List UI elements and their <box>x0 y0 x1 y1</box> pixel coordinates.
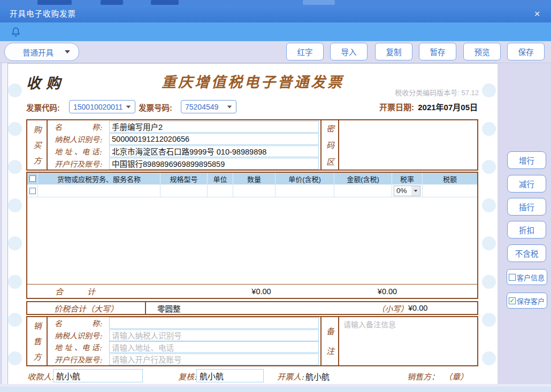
tax-amount-cell[interactable] <box>423 185 477 197</box>
password-area <box>339 120 477 170</box>
temp-save-button[interactable]: 暂存 <box>419 43 456 60</box>
invoice-date: 开票日期: 2021年07月05日 <box>379 101 478 112</box>
seller-address-input[interactable]: 请输入地址、电话 <box>109 341 319 353</box>
preview-button[interactable]: 预览 <box>463 43 501 60</box>
seller-taxid-row: 纳税人识别号: 请输入纳税人识别号 <box>48 329 320 342</box>
totals-label: 合 计 <box>55 286 95 297</box>
remove-row-button[interactable]: 减行 <box>507 175 546 193</box>
invoice-date-value: 2021年07月05日 <box>418 103 478 112</box>
close-icon[interactable]: × <box>531 7 544 20</box>
background-window-fragment <box>303 0 335 5</box>
seller-address-placeholder: 请输入地址、电话 <box>112 342 174 353</box>
notification-bar <box>0 22 551 41</box>
remark-label: 备注 <box>320 317 339 365</box>
save-customer-label: 保存客户 <box>517 296 545 306</box>
bell-icon[interactable] <box>11 26 21 38</box>
items-empty-area <box>27 197 477 284</box>
seller-name-input[interactable] <box>109 317 319 329</box>
tax-rate-select[interactable]: 0% <box>394 186 420 196</box>
background-window-fragment <box>101 0 123 5</box>
seller-name-row: 名 称: <box>48 317 320 329</box>
seller-fields: 名 称: 纳税人识别号: 请输入纳税人识别号 地 址 、电 话: 请输入地址、电… <box>48 317 320 365</box>
buyer-address-label: 地 址 、电 话: <box>55 146 109 157</box>
buyer-side-label: 购买方 <box>27 120 48 170</box>
grand-total-numeric: （小写） ¥0.00 <box>377 302 427 314</box>
reviewer-input[interactable]: 航小航 <box>196 369 264 382</box>
background-window-fragment <box>37 0 72 5</box>
save-button[interactable]: 保存 <box>507 43 545 60</box>
remark-placeholder: 请输入备注信息 <box>343 319 396 329</box>
buyer-taxid-row: 纳税人识别号: 500000191212020656 <box>48 133 320 145</box>
invoice-code-label: 发票代码: <box>26 102 60 113</box>
save-customer-checkbox-checked[interactable]: ✓ <box>509 297 516 304</box>
col-unit: 单位 <box>208 173 233 185</box>
red-letter-button[interactable]: 红字 <box>286 43 324 60</box>
insert-row-button[interactable]: 插行 <box>507 198 546 216</box>
payee-label: 收款人: <box>27 371 54 382</box>
price-total-value: ¥0.00 <box>233 287 289 296</box>
buyer-taxid-input[interactable]: 500000191212020656 <box>109 133 319 145</box>
chevron-down-icon <box>126 105 131 108</box>
col-amount: 金额(含税) <box>334 173 392 185</box>
seller-taxid-label: 纳税人识别号: <box>55 330 109 341</box>
invoice-sheet: 收购 重庆增值税电子普通发票 税收分类编码版本号: 57.12 发票代码: 15… <box>8 64 498 384</box>
seller-section: 销售方 名 称: 纳税人识别号: 请输入纳税人识别号 地 址 、电 话: 请输入… <box>26 316 478 366</box>
invoice-number-dropdown[interactable]: 75204549 <box>181 100 236 113</box>
unit-cell[interactable] <box>208 185 233 197</box>
payee-input[interactable]: 航小航 <box>53 369 143 382</box>
amount-cell[interactable] <box>334 185 392 197</box>
seller-taxid-input[interactable]: 请输入纳税人识别号 <box>109 329 319 341</box>
invoice-date-label: 开票日期: <box>379 103 414 112</box>
grand-total-in-words: 零圆整 <box>157 302 181 314</box>
quantity-cell[interactable] <box>233 185 276 197</box>
chevron-down-icon <box>227 105 232 108</box>
chevron-down-icon <box>411 186 420 196</box>
seller-bank-input[interactable]: 请输入开户行及账号 <box>109 353 319 365</box>
seller-taxid-placeholder: 请输入纳税人识别号 <box>112 329 182 341</box>
invoice-footer: 收款人: 航小航 复核: 航小航 开票人: 航小航 销售方： （章） <box>8 368 498 382</box>
amount-total-value: ¥0.00 <box>359 287 416 296</box>
buyer-address-input[interactable]: 北京市海淀区杏石口路9999号 010-98989898 <box>109 145 319 157</box>
seller-stamp-value: （章） <box>444 371 468 382</box>
items-table-header: 货物或应税劳务、服务名称 规格型号 单位 数量 单价(含税) 金额(含税) 税率… <box>27 173 477 185</box>
goods-name-cell[interactable] <box>38 185 160 197</box>
invoice-number-value: 75204549 <box>181 103 227 111</box>
buyer-bank-input[interactable]: 中国银行8989896969899895859 <box>109 158 319 170</box>
issue-mode-dropdown[interactable]: 普通开具 <box>4 43 79 61</box>
seller-stamp-label: 销售方： <box>407 371 439 382</box>
copy-button[interactable]: 复制 <box>375 43 412 60</box>
unit-price-cell[interactable] <box>276 185 334 197</box>
grand-small-label: （小写） <box>377 303 408 314</box>
drawer-value: 航小航 <box>305 371 330 382</box>
col-spec: 规格型号 <box>160 173 208 185</box>
seller-bank-placeholder: 请输入开户行及账号 <box>112 353 182 365</box>
save-customer-toggle[interactable]: ✓ 保存客户 <box>507 293 547 309</box>
select-all-checkbox[interactable] <box>29 175 36 182</box>
customer-info-checkbox[interactable] <box>509 274 516 281</box>
tax-rate-value: 0% <box>394 187 411 195</box>
buyer-name-input[interactable]: 手册编写用户2 <box>109 121 319 133</box>
chevron-down-icon <box>65 50 70 53</box>
background-window-strip <box>0 0 551 5</box>
customer-info-toggle[interactable]: 客户信息 <box>507 269 547 285</box>
col-tax-rate: 税率 <box>392 173 423 185</box>
col-quantity: 数量 <box>233 173 276 185</box>
discount-button[interactable]: 折扣 <box>507 221 546 239</box>
select-all-cell <box>27 173 38 185</box>
drawer-label: 开票人: <box>277 371 304 382</box>
invoice-code-value: 150010020011 <box>70 103 126 111</box>
import-button[interactable]: 导入 <box>330 43 368 60</box>
remark-area[interactable]: 请输入备注信息 <box>339 317 477 365</box>
invoice-code-dropdown[interactable]: 150010020011 <box>69 100 135 113</box>
seller-name-label: 名 称: <box>55 318 109 328</box>
spec-cell[interactable] <box>160 185 208 197</box>
invoice-code-row: 发票代码: 150010020011 发票号码: 75204549 开票日期: … <box>8 100 498 114</box>
buyer-bank-row: 开户行及账号: 中国银行8989896969899895859 <box>48 157 320 170</box>
tax-exclusive-button[interactable]: 不含税 <box>507 244 546 262</box>
invoice-number-label: 发票号码: <box>139 102 172 113</box>
buyer-fields: 名 称: 手册编写用户2 纳税人识别号: 500000191212020656 … <box>48 120 320 170</box>
invoice-dialog-window: 开具电子收购发票 × 普通开具 红字 导入 复制 暂存 预览 保存 收购 重庆增… <box>0 0 551 392</box>
row-checkbox[interactable] <box>29 188 36 194</box>
reviewer-label: 复核: <box>178 371 197 382</box>
add-row-button[interactable]: 增行 <box>507 151 546 169</box>
